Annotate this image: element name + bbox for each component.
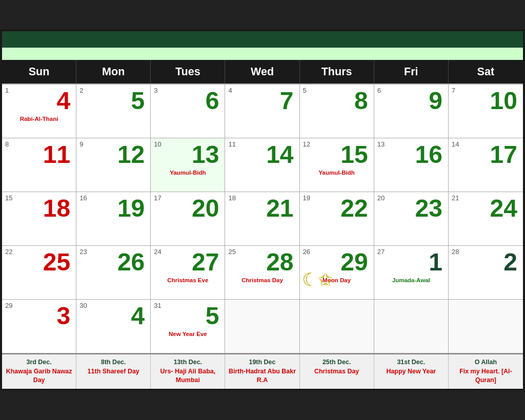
cal-cell: 58 — [300, 85, 374, 138]
day-header: Wed — [225, 60, 299, 83]
gregorian-date: 15 — [302, 140, 371, 169]
gregorian-date: 12 — [79, 140, 148, 169]
event-label: Christmas Day — [228, 277, 296, 283]
cal-cell: 912 — [76, 138, 151, 192]
cal-cell: 1821 — [225, 192, 299, 246]
gregorian-date: 28 — [228, 248, 296, 276]
cal-cell: 315New Year Eve — [151, 300, 225, 353]
cal-cell — [449, 300, 523, 353]
cal-cell: 304 — [76, 300, 151, 353]
gregorian-date: 5 — [153, 302, 222, 330]
gregorian-date: 8 — [302, 87, 371, 115]
footer-date: O Allah — [475, 359, 497, 366]
gregorian-date: 5 — [79, 87, 148, 115]
hijri-date: 24 — [154, 248, 161, 256]
hijri-date: 29 — [5, 302, 13, 309]
event-label: Yaumul-Bidh — [302, 170, 371, 176]
islamic-months-header — [2, 48, 523, 60]
gregorian-date: 26 — [79, 248, 148, 276]
cal-cell: 2023 — [374, 192, 449, 246]
footer-row: 3rd Dec.Khawaja Garib Nawaz Day8th Dec.1… — [2, 353, 523, 388]
month-year-header — [2, 31, 523, 48]
gregorian-date: 24 — [451, 194, 520, 222]
cal-cell: 25 — [76, 85, 151, 138]
cal-cell: 1316 — [374, 138, 449, 192]
hijri-date: 11 — [228, 140, 236, 148]
cal-cell: 1013Yaumul-Bidh — [151, 138, 225, 192]
calendar: SunMonTuesWedThursFriSat 14Rabi-Al-Thani… — [0, 29, 525, 390]
hijri-date: 8 — [5, 140, 9, 148]
gregorian-date: 25 — [5, 248, 73, 276]
footer-event: Happy New Year — [386, 368, 436, 375]
hijri-date: 26 — [303, 248, 311, 256]
gregorian-date: 20 — [153, 194, 222, 222]
footer-date: 3rd Dec. — [26, 359, 51, 366]
hijri-date: 23 — [79, 248, 87, 256]
cal-cell: 36 — [151, 85, 225, 138]
cal-cell: 2124 — [449, 192, 523, 246]
cal-cell: 271Jumada-Awal — [374, 246, 449, 300]
hijri-date: 22 — [5, 248, 13, 256]
cal-cell — [225, 300, 299, 353]
footer-cell: 31st Dec.Happy New Year — [374, 354, 449, 388]
cal-cell: 69 — [374, 85, 449, 138]
gregorian-date: 19 — [79, 194, 148, 222]
gregorian-date: 22 — [302, 194, 371, 222]
gregorian-date: 23 — [377, 194, 446, 222]
footer-event: Urs- Haji Ali Baba, Mumbai — [160, 368, 216, 384]
cal-cell: 1518 — [2, 192, 76, 246]
day-header: Thurs — [300, 60, 374, 83]
hijri-date: 28 — [452, 248, 459, 256]
day-header: Tues — [151, 60, 225, 83]
cal-cell: 47 — [225, 85, 299, 138]
hijri-date: 15 — [5, 194, 13, 202]
event-label: Rabi-Al-Thani — [5, 116, 73, 122]
day-header: Mon — [76, 60, 151, 83]
cal-cell: 282 — [449, 246, 523, 300]
gregorian-date: 9 — [377, 87, 446, 115]
footer-event: Birth-Hadrat Abu Bakr R.A — [229, 368, 296, 384]
cal-cell: 1215Yaumul-Bidh — [300, 138, 374, 192]
gregorian-date: 4 — [79, 302, 148, 330]
cal-cell: 2225 — [2, 246, 76, 300]
hijri-date: 1 — [5, 87, 9, 94]
footer-cell: 13th Dec.Urs- Haji Ali Baba, Mumbai — [151, 354, 225, 388]
gregorian-date: 6 — [153, 87, 222, 115]
gregorian-date: 18 — [5, 194, 73, 222]
footer-cell: 3rd Dec.Khawaja Garib Nawaz Day — [2, 354, 76, 388]
cal-cell: 14Rabi-Al-Thani — [2, 85, 76, 138]
day-headers-row: SunMonTuesWedThursFriSat — [2, 60, 523, 83]
cal-cell: 1417 — [449, 138, 523, 192]
hijri-date: 16 — [79, 194, 87, 202]
day-header: Sun — [2, 60, 76, 83]
cal-cell: 2326 — [76, 246, 151, 300]
hijri-date: 10 — [154, 140, 161, 148]
hijri-date: 7 — [452, 87, 455, 94]
gregorian-date: 14 — [228, 140, 296, 169]
cal-cell: 710 — [449, 85, 523, 138]
footer-cell: 25th Dec.Christmas Day — [300, 354, 374, 388]
gregorian-date: 21 — [228, 194, 296, 222]
cal-cell: 2427Christmas Eve — [151, 246, 225, 300]
footer-date: 31st Dec. — [397, 359, 425, 366]
cal-cell: 1114 — [225, 138, 299, 192]
hijri-date: 3 — [154, 87, 157, 94]
footer-date: 13th Dec. — [174, 359, 202, 366]
footer-date: 19th Dec — [249, 359, 276, 366]
hijri-date: 2 — [79, 87, 83, 94]
cal-cell: 1619 — [76, 192, 151, 246]
hijri-date: 21 — [452, 194, 459, 202]
hijri-date: 12 — [303, 140, 311, 148]
gregorian-date: 11 — [5, 140, 73, 169]
gregorian-date: 17 — [451, 140, 520, 169]
cal-cell — [300, 300, 374, 353]
hijri-date: 20 — [377, 194, 385, 202]
event-label: Christmas Eve — [153, 277, 222, 283]
hijri-date: 9 — [79, 140, 83, 148]
footer-event: Fix my Heart. [Al-Quran] — [459, 368, 512, 384]
hijri-date: 6 — [377, 87, 381, 94]
gregorian-date: 13 — [153, 140, 222, 169]
hijri-date: 30 — [79, 302, 87, 309]
hijri-date: 17 — [154, 194, 161, 202]
hijri-date: 5 — [303, 87, 307, 94]
